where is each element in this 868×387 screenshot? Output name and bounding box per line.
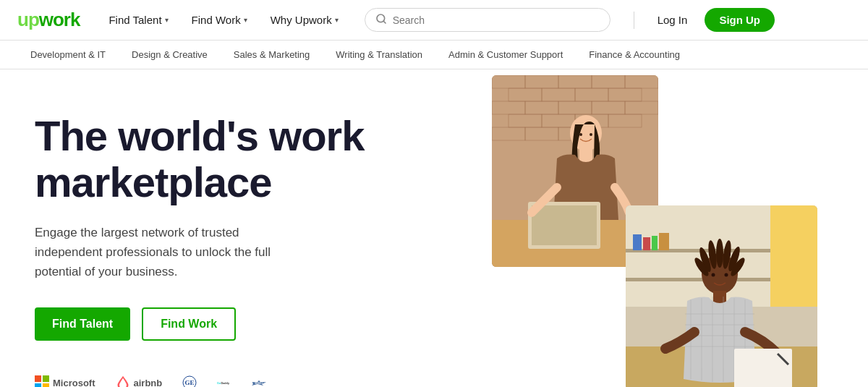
svg-rect-4 xyxy=(35,383,41,387)
microsoft-label: Microsoft xyxy=(53,378,95,387)
svg-rect-48 xyxy=(643,237,650,250)
chevron-down-icon: ▾ xyxy=(244,16,247,24)
nav-find-work[interactable]: Find Work ▾ xyxy=(183,8,256,32)
hero-section: The world's work marketplace Engage the … xyxy=(0,69,868,387)
secondary-nav-item-writing[interactable]: Writing & Translation xyxy=(323,41,435,69)
svg-line-1 xyxy=(383,21,386,23)
svg-rect-47 xyxy=(633,234,642,250)
svg-rect-64 xyxy=(713,291,726,304)
secondary-nav: Development & IT Design & Creative Sales… xyxy=(0,41,868,69)
find-talent-button[interactable]: Find Talent xyxy=(35,307,130,341)
svg-rect-2 xyxy=(35,375,41,382)
svg-rect-49 xyxy=(652,236,658,250)
logo-work: work xyxy=(39,9,80,31)
svg-point-57 xyxy=(716,239,723,268)
search-input[interactable] xyxy=(393,14,600,26)
svg-rect-5 xyxy=(43,383,49,387)
secondary-nav-label-finance: Finance & Accounting xyxy=(589,49,680,60)
trusted-logo-microsoft: Microsoft xyxy=(35,375,95,387)
signup-button[interactable]: Sign Up xyxy=(705,8,775,32)
trusted-logo-bissell: BISSELL xyxy=(252,375,266,387)
svg-point-63 xyxy=(725,273,728,277)
hero-image-man xyxy=(626,205,817,387)
search-icon xyxy=(375,13,387,27)
secondary-nav-label-dev-it: Development & IT xyxy=(30,49,106,60)
hero-title: The world's work marketplace xyxy=(35,113,443,205)
logo[interactable]: upwork xyxy=(17,9,80,31)
logo-up: up xyxy=(17,9,39,31)
hero-content: The world's work marketplace Engage the … xyxy=(0,69,477,387)
find-work-button[interactable]: Find Work xyxy=(142,307,236,341)
secondary-nav-label-design: Design & Creative xyxy=(132,49,208,60)
svg-point-41 xyxy=(590,133,592,136)
svg-rect-75 xyxy=(734,349,792,387)
login-button[interactable]: Log In xyxy=(646,8,699,32)
nav-divider xyxy=(634,12,634,29)
chevron-down-icon: ▾ xyxy=(165,16,169,24)
trusted-logos: Microsoft airbnb GE Go Daddy xyxy=(35,375,443,387)
svg-rect-36 xyxy=(579,148,592,162)
secondary-nav-item-design[interactable]: Design & Creative xyxy=(119,41,221,69)
secondary-nav-item-admin[interactable]: Admin & Customer Support xyxy=(435,41,576,69)
svg-point-40 xyxy=(579,133,582,136)
nav-find-talent-label: Find Talent xyxy=(109,14,161,26)
trusted-logo-ge: GE xyxy=(182,375,197,387)
airbnb-label: airbnb xyxy=(134,378,163,387)
svg-rect-3 xyxy=(43,375,49,382)
nav-why-upwork[interactable]: Why Upwork ▾ xyxy=(262,8,347,32)
hero-buttons: Find Talent Find Work xyxy=(35,307,443,341)
secondary-nav-item-sales[interactable]: Sales & Marketing xyxy=(221,41,323,69)
secondary-nav-item-dev-it[interactable]: Development & IT xyxy=(17,41,119,69)
navbar: upwork Find Talent ▾ Find Work ▾ Why Upw… xyxy=(0,0,868,41)
secondary-nav-label-writing: Writing & Translation xyxy=(336,49,422,60)
svg-rect-39 xyxy=(532,205,597,245)
secondary-nav-item-finance[interactable]: Finance & Accounting xyxy=(576,41,693,69)
hero-subtitle: Engage the largest network of trusted in… xyxy=(35,223,310,282)
hero-images xyxy=(477,69,868,387)
svg-rect-50 xyxy=(659,233,669,250)
secondary-nav-label-admin: Admin & Customer Support xyxy=(448,49,563,60)
svg-text:Daddy: Daddy xyxy=(221,382,230,385)
search-bar xyxy=(365,8,610,32)
nav-find-talent[interactable]: Find Talent ▾ xyxy=(100,8,176,32)
svg-rect-46 xyxy=(626,278,770,281)
svg-rect-44 xyxy=(770,205,817,307)
chevron-down-icon: ▾ xyxy=(335,16,339,24)
svg-point-62 xyxy=(712,273,715,277)
nav-why-upwork-label: Why Upwork xyxy=(271,14,332,26)
svg-text:Go: Go xyxy=(217,382,221,385)
nav-find-work-label: Find Work xyxy=(192,14,241,26)
trusted-logo-airbnb: airbnb xyxy=(116,375,163,387)
secondary-nav-label-sales: Sales & Marketing xyxy=(234,49,310,60)
trusted-logo-godaddy: Go Daddy xyxy=(217,375,231,387)
svg-text:GE: GE xyxy=(185,379,195,386)
